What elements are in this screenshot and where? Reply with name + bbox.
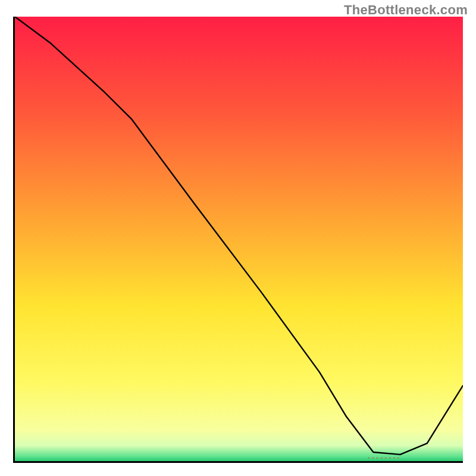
chart-svg: [15, 17, 463, 461]
gradient-fill: [15, 17, 463, 461]
plot-area: - - - - - - - -: [13, 17, 463, 463]
chart-stage: TheBottleneck.com - - - - - - - -: [0, 0, 476, 476]
recommended-dash-marker: - - - - - - - -: [368, 454, 400, 461]
watermark-text: TheBottleneck.com: [344, 2, 468, 18]
